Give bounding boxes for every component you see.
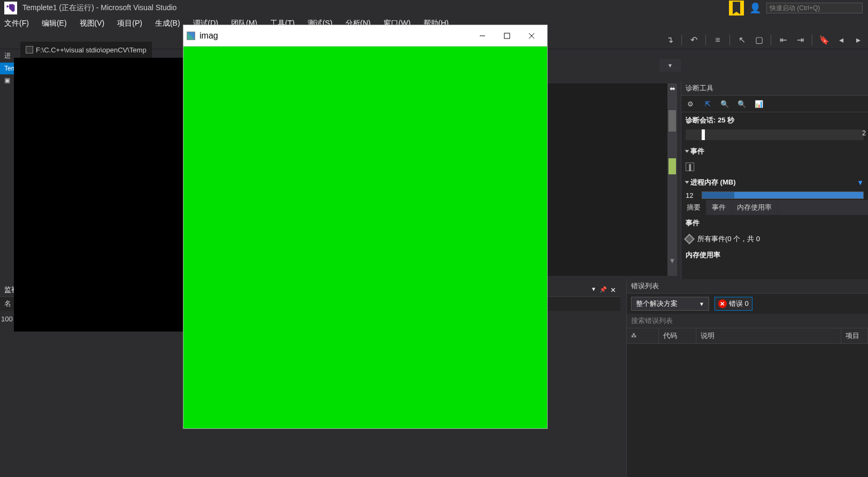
- tab-memory[interactable]: 内存使用率: [732, 200, 778, 215]
- bookmark-prev-icon[interactable]: ◂: [836, 35, 847, 45]
- indent-right-icon[interactable]: ⇥: [795, 35, 805, 45]
- minimize-button[interactable]: [470, 28, 495, 44]
- title-bar: Templete1 (正在运行) - Microsoft Visual Stud…: [0, 0, 868, 16]
- diag-session: 诊断会话: 25 秒: [681, 112, 868, 128]
- separator: [771, 35, 771, 45]
- separator: [681, 35, 682, 45]
- console-icon: [26, 46, 33, 53]
- export-icon[interactable]: ⇱: [703, 99, 712, 109]
- events-section[interactable]: 事件: [681, 143, 868, 159]
- timeline-marker: [702, 129, 705, 140]
- menu-file[interactable]: 文件(F): [4, 19, 29, 28]
- diag-title: 诊断工具: [681, 81, 868, 96]
- close-button[interactable]: [519, 28, 544, 44]
- maximize-button[interactable]: [495, 28, 519, 44]
- zoom-out-icon[interactable]: 🔍: [737, 99, 747, 109]
- separator: [729, 35, 730, 45]
- scroll-marker: [669, 158, 676, 174]
- menu-project[interactable]: 项目(P): [117, 19, 142, 28]
- close-icon[interactable]: ✕: [610, 286, 616, 294]
- stack-icon[interactable]: ≡: [712, 35, 723, 45]
- cursor-icon[interactable]: ↖: [736, 35, 747, 45]
- expand-icon: [685, 150, 689, 153]
- mem-section[interactable]: 进程内存 (MB) ▼: [681, 174, 868, 190]
- menu-edit[interactable]: 编辑(E): [42, 19, 67, 28]
- timeline-end: 2: [862, 129, 866, 137]
- diag-tabs: 摘要 事件 内存使用率: [681, 200, 868, 215]
- error-list-title: 错误列表: [627, 279, 868, 294]
- separator: [812, 35, 812, 45]
- gear-icon[interactable]: ⚙: [686, 99, 695, 109]
- console-output[interactable]: [14, 58, 185, 332]
- bookmark-next-icon[interactable]: ▸: [853, 35, 864, 45]
- editor-scrollbar[interactable]: ⬌ ▼: [667, 83, 677, 276]
- opencv-image-window[interactable]: imag: [183, 25, 548, 429]
- window-title: Templete1 (正在运行) - Microsoft Visual Stud…: [22, 3, 176, 13]
- diagnostics-panel: 诊断工具 ⚙ ⇱ 🔍 🔍 📊 诊断会话: 25 秒 2 事件 ∥ 进程内存 (M…: [681, 81, 868, 279]
- col-desc[interactable]: 说明: [696, 328, 841, 343]
- pause-icon[interactable]: ∥: [686, 163, 694, 171]
- col-project[interactable]: 项目: [841, 328, 868, 343]
- menu-view[interactable]: 视图(V): [80, 19, 105, 28]
- indent-left-icon[interactable]: ⇤: [778, 35, 788, 45]
- mem-value: 12: [681, 191, 697, 199]
- diag-toolbar: ⚙ ⇱ 🔍 🔍 📊: [681, 96, 868, 112]
- tab-events[interactable]: 事件: [706, 200, 732, 215]
- error-icon: ✕: [718, 299, 727, 308]
- notification-flag-icon[interactable]: [729, 1, 744, 16]
- col-name: 名: [4, 299, 11, 309]
- all-events-row[interactable]: 所有事件(0 个，共 0: [681, 231, 868, 247]
- chart-icon[interactable]: 📊: [754, 99, 764, 109]
- col-code[interactable]: 代码: [659, 328, 696, 343]
- error-list-panel: 错误列表 整个解决方案 ▼ ✕ 错误 0 搜索错误列表 ⁂ 代码 说明 项目: [626, 279, 868, 477]
- error-search-input[interactable]: 搜索错误列表: [627, 314, 868, 328]
- undo-icon[interactable]: ↶: [688, 35, 699, 45]
- bookmark-icon[interactable]: 🔖: [819, 35, 829, 45]
- dropdown-icon[interactable]: ▼: [591, 286, 596, 294]
- scroll-thumb[interactable]: [669, 110, 676, 132]
- img-titlebar[interactable]: imag: [183, 25, 547, 47]
- box-icon[interactable]: ▢: [754, 35, 764, 45]
- separator: [705, 35, 706, 45]
- error-toolbar: 整个解决方案 ▼ ✕ 错误 0: [627, 294, 868, 314]
- zoom-percent: 100: [1, 315, 13, 323]
- img-window-title: imag: [199, 31, 218, 41]
- console-path: F:\C.C++\visual stdio\openCV\Temp: [36, 46, 147, 54]
- app-icon: [187, 32, 195, 40]
- memory-graph[interactable]: [702, 191, 864, 199]
- vs-logo-icon: [4, 2, 17, 14]
- error-count-badge[interactable]: ✕ 错误 0: [715, 297, 752, 311]
- quick-launch-input[interactable]: 快速启动 (Ctrl+Q): [766, 3, 863, 13]
- events-header: 事件: [681, 215, 868, 231]
- zoom-in-icon[interactable]: 🔍: [720, 99, 729, 109]
- scope-dropdown[interactable]: 整个解决方案 ▼: [631, 297, 709, 311]
- mem-arrow-icon: ▼: [857, 179, 864, 187]
- user-icon[interactable]: 👤: [749, 2, 761, 14]
- diamond-icon: [684, 234, 695, 244]
- events-pause: ∥: [681, 159, 868, 174]
- diag-timeline[interactable]: [686, 129, 864, 140]
- tab-summary[interactable]: 摘要: [681, 200, 706, 215]
- menu-build[interactable]: 生成(B): [155, 19, 180, 28]
- svg-rect-1: [504, 33, 510, 39]
- pin-icon[interactable]: 📌: [600, 286, 607, 294]
- console-tab-bar: F:\C.C++\visual stdio\openCV\Temp: [20, 42, 152, 58]
- mem-usage-header: 内存使用率: [681, 247, 868, 263]
- error-columns: ⁂ 代码 说明 项目: [627, 328, 868, 344]
- console-tab[interactable]: F:\C.C++\visual stdio\openCV\Temp: [20, 43, 152, 57]
- step-into-icon[interactable]: ↴: [664, 35, 675, 45]
- col-icon[interactable]: ⁂: [627, 328, 659, 343]
- editor-options-dropdown[interactable]: ▼: [659, 59, 681, 72]
- image-canvas: [183, 47, 547, 428]
- expand-icon: [685, 181, 689, 184]
